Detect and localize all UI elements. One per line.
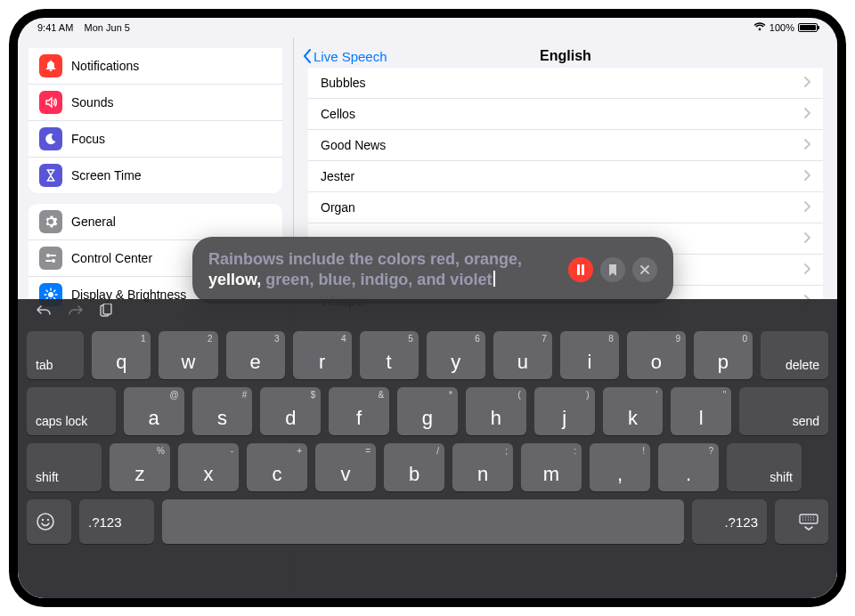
battery-pct: 100% bbox=[770, 22, 794, 33]
svg-point-2 bbox=[48, 292, 53, 297]
svg-rect-6 bbox=[103, 304, 111, 314]
voice-label: Organ bbox=[321, 200, 355, 215]
key-m[interactable]: :m bbox=[521, 443, 582, 491]
svg-point-7 bbox=[37, 514, 53, 530]
sidebar-item-label: General bbox=[71, 215, 116, 229]
emoji-icon bbox=[36, 512, 55, 531]
key-i[interactable]: 8i bbox=[560, 331, 619, 379]
key-f[interactable]: &f bbox=[329, 387, 389, 435]
back-label: Live Speech bbox=[314, 49, 387, 64]
emoji-key[interactable] bbox=[27, 499, 71, 544]
key-send[interactable]: send bbox=[739, 387, 828, 435]
key-b[interactable]: /b bbox=[384, 443, 444, 491]
key-delete[interactable]: delete bbox=[761, 331, 828, 379]
key-shift[interactable]: shift bbox=[727, 443, 802, 491]
redo-button[interactable] bbox=[68, 304, 84, 320]
chevron-right-icon bbox=[803, 107, 810, 121]
key-caps lock[interactable]: caps lock bbox=[27, 387, 116, 435]
voice-row[interactable]: Cellos bbox=[308, 99, 823, 130]
status-date: Mon Jun 5 bbox=[85, 22, 130, 33]
keyboard[interactable]: tab1q2w3e4r5t6y7u8i9o0pdelete caps lock@… bbox=[18, 299, 837, 598]
close-icon bbox=[639, 264, 650, 275]
pause-button[interactable] bbox=[568, 257, 593, 282]
detail-title: English bbox=[540, 48, 591, 64]
voice-row[interactable]: Jester bbox=[308, 161, 823, 192]
key-j[interactable]: )j bbox=[534, 387, 595, 435]
sidebar-item-sounds[interactable]: Sounds bbox=[28, 85, 282, 121]
key-c[interactable]: +c bbox=[247, 443, 307, 491]
battery-icon bbox=[798, 23, 818, 32]
pending-text: green, blue, indigo, and violet bbox=[261, 271, 492, 288]
key-r[interactable]: 4r bbox=[293, 331, 352, 379]
hourglass-icon bbox=[39, 164, 62, 187]
key-g[interactable]: *g bbox=[397, 387, 458, 435]
key-q[interactable]: 1q bbox=[92, 331, 151, 379]
key-.?123[interactable]: .?123 bbox=[692, 499, 767, 544]
key-p[interactable]: 0p bbox=[694, 331, 753, 379]
chevron-right-icon bbox=[803, 263, 810, 277]
voice-row[interactable]: Good News bbox=[308, 130, 823, 161]
key-tab[interactable]: tab bbox=[27, 331, 84, 379]
key-k[interactable]: 'k bbox=[603, 387, 664, 435]
back-button[interactable]: Live Speech bbox=[303, 49, 540, 64]
bell-icon bbox=[39, 54, 62, 77]
svg-point-1 bbox=[52, 259, 55, 263]
status-right: 100% bbox=[753, 22, 818, 33]
key-.?123[interactable]: .?123 bbox=[79, 499, 154, 544]
key-z[interactable]: %z bbox=[110, 443, 170, 491]
gear-icon bbox=[39, 210, 62, 233]
key-o[interactable]: 9o bbox=[627, 331, 686, 379]
dismiss-keyboard-key[interactable] bbox=[775, 499, 828, 544]
key-n[interactable]: ;n bbox=[452, 443, 513, 491]
key-d[interactable]: $d bbox=[260, 387, 321, 435]
bookmark-icon bbox=[608, 264, 617, 276]
ipad-frame: 9:41 AM Mon Jun 5 100% Settings Notifica… bbox=[9, 9, 846, 607]
status-time: 9:41 AM bbox=[37, 22, 73, 33]
key-space[interactable] bbox=[162, 499, 684, 544]
paste-button[interactable] bbox=[100, 304, 112, 321]
svg-rect-4 bbox=[582, 264, 584, 275]
sidebar-item-notifications[interactable]: Notifications bbox=[28, 48, 282, 85]
svg-rect-3 bbox=[577, 264, 580, 275]
voice-row[interactable]: Bubbles bbox=[308, 68, 823, 99]
bookmark-button[interactable] bbox=[600, 257, 625, 282]
svg-point-0 bbox=[46, 254, 50, 257]
key-u[interactable]: 7u bbox=[493, 331, 552, 379]
key-y[interactable]: 6y bbox=[427, 331, 485, 379]
live-speech-bubble[interactable]: Rainbows include the colors red, orange,… bbox=[192, 237, 673, 304]
keyboard-keys: tab1q2w3e4r5t6y7u8i9o0pdelete caps lock@… bbox=[18, 326, 837, 598]
key-,[interactable]: !, bbox=[590, 443, 650, 491]
voice-label: Cellos bbox=[321, 107, 355, 121]
key-h[interactable]: (h bbox=[466, 387, 526, 435]
switches-icon bbox=[39, 247, 62, 270]
key-.[interactable]: ?. bbox=[658, 443, 719, 491]
bubble-controls bbox=[568, 257, 657, 282]
chevron-right-icon bbox=[803, 169, 810, 183]
status-bar: 9:41 AM Mon Jun 5 100% bbox=[18, 18, 837, 37]
keyboard-hide-icon bbox=[798, 513, 819, 531]
close-button[interactable] bbox=[632, 257, 657, 282]
key-shift[interactable]: shift bbox=[27, 443, 102, 491]
sidebar-item-label: Notifications bbox=[71, 59, 139, 73]
svg-rect-10 bbox=[800, 515, 818, 523]
live-speech-text[interactable]: Rainbows include the colors red, orange,… bbox=[208, 249, 558, 291]
speaker-icon bbox=[39, 91, 62, 114]
key-s[interactable]: #s bbox=[192, 387, 253, 435]
key-v[interactable]: =v bbox=[315, 443, 376, 491]
keyboard-toolbar bbox=[18, 299, 837, 326]
wifi-icon bbox=[753, 22, 766, 33]
key-x[interactable]: -x bbox=[178, 443, 239, 491]
chevron-right-icon bbox=[803, 76, 810, 90]
chevron-left-icon bbox=[303, 49, 312, 63]
chevron-right-icon bbox=[803, 200, 810, 215]
voice-row[interactable]: Organ bbox=[308, 192, 823, 223]
sidebar-item-focus[interactable]: Focus bbox=[28, 121, 282, 158]
key-e[interactable]: 3e bbox=[226, 331, 285, 379]
key-l[interactable]: "l bbox=[671, 387, 731, 435]
key-t[interactable]: 5t bbox=[360, 331, 419, 379]
key-a[interactable]: @a bbox=[124, 387, 184, 435]
key-w[interactable]: 2w bbox=[159, 331, 217, 379]
sidebar-item-screen-time[interactable]: Screen Time bbox=[28, 158, 282, 193]
undo-button[interactable] bbox=[36, 304, 52, 320]
sidebar-item-general[interactable]: General bbox=[28, 204, 282, 240]
